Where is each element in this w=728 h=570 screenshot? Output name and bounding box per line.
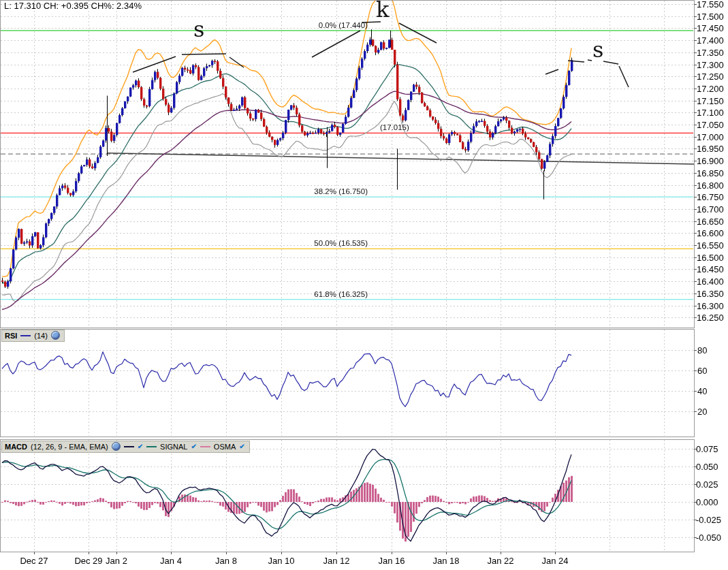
osma-label: OSMA — [214, 443, 236, 451]
macd-line-swatch-icon — [124, 446, 134, 447]
rsi-title: RSI — [5, 332, 17, 340]
signal-label: SIGNAL — [160, 443, 187, 451]
settings-icon[interactable] — [51, 331, 60, 340]
macd-params: (12, 26, 9 - EMA, EMA) — [31, 443, 108, 451]
signal-line-swatch-icon — [146, 446, 157, 447]
checkbox-checked-icon[interactable]: ✔ — [138, 443, 143, 450]
chart-canvas[interactable] — [0, 0, 728, 570]
settings-icon[interactable] — [112, 442, 121, 451]
checkbox-checked-icon[interactable]: ✔ — [191, 443, 196, 450]
chart-application: L: 17.310 CH: +0.395 CH%: 2.34% RSI (14)… — [0, 0, 728, 570]
macd-title: MACD — [5, 443, 27, 451]
osma-swatch-icon — [200, 446, 210, 447]
rsi-header: RSI (14) — [1, 330, 65, 342]
macd-header: MACD (12, 26, 9 - EMA, EMA) ✔ SIGNAL ✔ O… — [1, 441, 250, 453]
rsi-params: (14) — [34, 332, 48, 340]
checkbox-checked-icon[interactable]: ✔ — [239, 443, 244, 450]
rsi-line-swatch-icon — [20, 335, 31, 336]
quote-info: L: 17.310 CH: +0.395 CH%: 2.34% — [4, 1, 142, 11]
